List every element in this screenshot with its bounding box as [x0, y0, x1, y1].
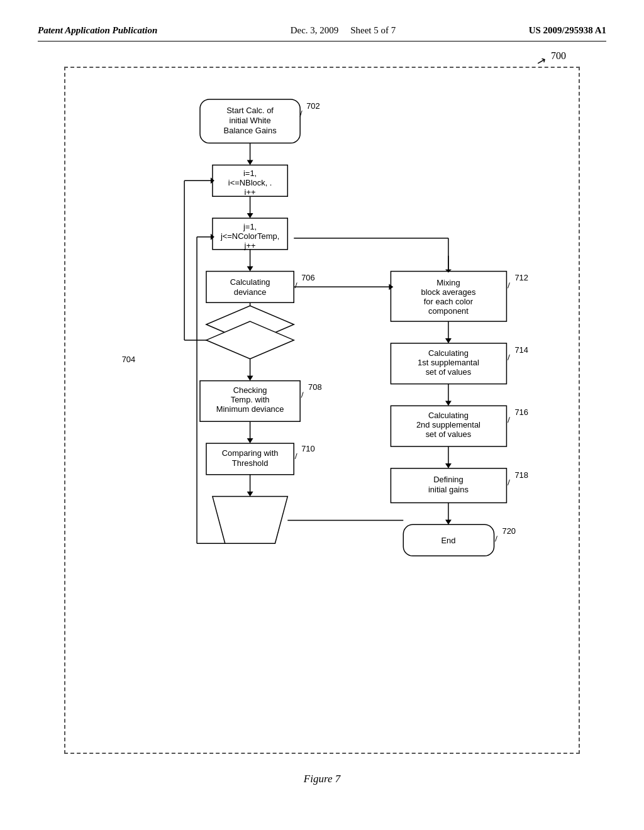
- svg-text:i++: i++: [245, 187, 256, 197]
- svg-text:708: 708: [308, 382, 322, 392]
- figure-container: ↗ 700 text { font-family: Arial, sans-se…: [38, 67, 606, 785]
- svg-text:j<=NColorTemp,: j<=NColorTemp,: [220, 231, 279, 241]
- svg-text:Calculating: Calculating: [428, 411, 469, 420]
- svg-text:716: 716: [514, 407, 528, 417]
- svg-marker-17: [247, 267, 253, 272]
- svg-text:2nd supplemental: 2nd supplemental: [416, 420, 480, 429]
- svg-text:712: 712: [514, 273, 528, 282]
- svg-text:deviance: deviance: [234, 287, 267, 297]
- svg-text:Start Calc. of: Start Calc. of: [226, 106, 274, 115]
- svg-text:710: 710: [301, 444, 315, 453]
- diagram-wrapper: ↗ 700 text { font-family: Arial, sans-se…: [64, 67, 580, 754]
- svg-text:702: 702: [306, 101, 320, 111]
- svg-text:Temp. with: Temp. with: [231, 395, 270, 404]
- header-date-sheet: Dec. 3, 2009 Sheet 5 of 7: [291, 25, 396, 36]
- svg-text:set of values: set of values: [426, 367, 472, 377]
- svg-text:Defining: Defining: [433, 475, 463, 484]
- svg-line-87: [496, 536, 497, 541]
- arrow-indicator: ↗: [535, 53, 547, 69]
- page: Patent Application Publication Dec. 3, 2…: [0, 0, 644, 830]
- svg-text:i=1,: i=1,: [243, 169, 257, 178]
- svg-text:initial gains: initial gains: [428, 485, 469, 494]
- svg-line-66: [508, 355, 509, 360]
- svg-marker-83: [445, 519, 452, 524]
- svg-text:1st supplemantal: 1st supplemantal: [418, 358, 479, 367]
- figure-caption: Figure 7: [304, 773, 340, 785]
- svg-marker-76: [445, 463, 452, 468]
- svg-marker-68: [445, 401, 452, 406]
- header-patent-number: US 2009/295938 A1: [529, 25, 606, 36]
- svg-text:i<=NBlock, .: i<=NBlock, .: [228, 178, 272, 187]
- svg-text:Calculating: Calculating: [428, 348, 469, 358]
- svg-text:Threshold: Threshold: [232, 458, 268, 468]
- svg-marker-7: [247, 160, 253, 165]
- header-date: Dec. 3, 2009: [291, 25, 339, 35]
- svg-line-34: [301, 392, 303, 397]
- page-header: Patent Application Publication Dec. 3, 2…: [38, 25, 606, 42]
- flowchart-svg: text { font-family: Arial, sans-serif; f…: [84, 93, 560, 719]
- svg-text:set of values: set of values: [426, 429, 472, 439]
- svg-text:704: 704: [122, 355, 136, 364]
- svg-line-58: [508, 282, 509, 288]
- svg-text:j=1,: j=1,: [243, 222, 257, 231]
- svg-text:End: End: [441, 536, 455, 545]
- svg-text:714: 714: [514, 345, 528, 355]
- svg-text:718: 718: [514, 470, 528, 480]
- svg-marker-28: [247, 376, 253, 381]
- svg-text:component: component: [428, 306, 469, 316]
- svg-text:Checking: Checking: [233, 385, 267, 395]
- svg-text:Balance Gains: Balance Gains: [224, 126, 277, 135]
- svg-text:j++: j++: [244, 241, 256, 250]
- svg-text:for each color: for each color: [424, 297, 474, 306]
- header-publication-title: Patent Application Publication: [38, 25, 157, 36]
- svg-marker-36: [247, 438, 253, 443]
- svg-marker-60: [445, 338, 452, 343]
- svg-line-74: [508, 417, 509, 423]
- svg-line-81: [508, 480, 509, 485]
- svg-marker-12: [247, 213, 253, 218]
- svg-text:Comparing with: Comparing with: [222, 448, 279, 458]
- svg-text:initial White: initial White: [230, 116, 271, 125]
- svg-text:block averages: block averages: [421, 287, 475, 297]
- svg-text:Mixing: Mixing: [436, 278, 460, 287]
- header-sheet: Sheet 5 of 7: [350, 25, 396, 35]
- svg-text:Calculating: Calculating: [230, 277, 270, 287]
- svg-line-41: [295, 453, 297, 459]
- svg-marker-43: [247, 492, 253, 497]
- svg-text:706: 706: [301, 273, 315, 282]
- svg-text:Minimum deviance: Minimum deviance: [216, 404, 284, 414]
- svg-text:720: 720: [502, 526, 516, 536]
- diagram-label: 700: [551, 50, 566, 62]
